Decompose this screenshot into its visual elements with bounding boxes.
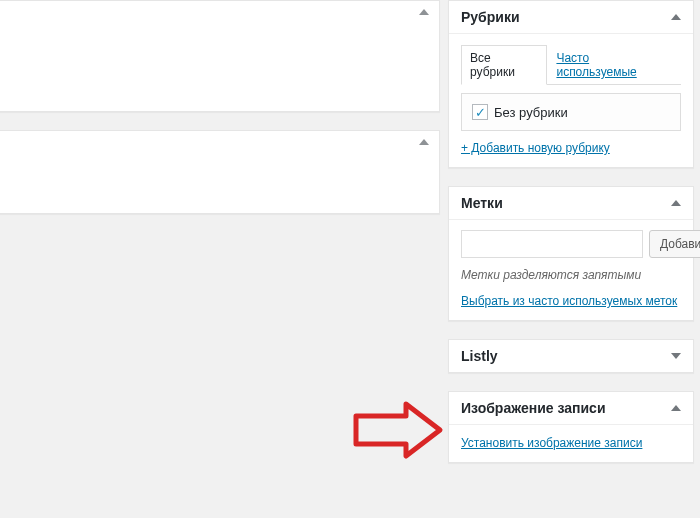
chevron-up-icon xyxy=(671,405,681,411)
checkbox-icon[interactable]: ✓ xyxy=(472,104,488,120)
tags-input[interactable] xyxy=(461,230,643,258)
categories-panel: Рубрики Все рубрики Часто используемые ✓… xyxy=(448,0,694,168)
popular-tags-link[interactable]: Выбрать из часто используемых меток xyxy=(461,294,677,308)
featured-image-panel-header[interactable]: Изображение записи xyxy=(449,392,693,425)
category-label: Без рубрики xyxy=(494,105,568,120)
tab-all-categories[interactable]: Все рубрики xyxy=(461,45,547,85)
tab-popular-categories[interactable]: Часто используемые xyxy=(547,45,681,85)
tags-hint: Метки разделяются запятыми xyxy=(461,268,681,282)
collapse-icon[interactable] xyxy=(419,139,429,145)
categories-list: ✓ Без рубрики xyxy=(461,93,681,131)
set-featured-image-link[interactable]: Установить изображение записи xyxy=(461,436,642,450)
tags-title: Метки xyxy=(461,195,503,211)
chevron-up-icon xyxy=(671,14,681,20)
categories-title: Рубрики xyxy=(461,9,520,25)
annotation-arrow-icon xyxy=(352,400,444,460)
collapse-icon[interactable] xyxy=(419,9,429,15)
add-category-link[interactable]: + Добавить новую рубрику xyxy=(461,141,610,155)
category-uncategorized[interactable]: ✓ Без рубрики xyxy=(472,104,670,120)
featured-image-title: Изображение записи xyxy=(461,400,606,416)
categories-tabs: Все рубрики Часто используемые xyxy=(461,44,681,85)
chevron-up-icon xyxy=(671,200,681,206)
main-panel-top xyxy=(0,0,440,112)
featured-image-panel: Изображение записи Установить изображени… xyxy=(448,391,694,463)
add-tag-button[interactable]: Добавить xyxy=(649,230,700,258)
categories-panel-header[interactable]: Рубрики xyxy=(449,1,693,34)
listly-panel: Listly xyxy=(448,339,694,373)
chevron-down-icon xyxy=(671,353,681,359)
main-panel-second xyxy=(0,130,440,214)
tags-panel: Метки Добавить Метки разделяются запятым… xyxy=(448,186,694,321)
listly-panel-header[interactable]: Listly xyxy=(449,340,693,372)
listly-title: Listly xyxy=(461,348,498,364)
tags-panel-header[interactable]: Метки xyxy=(449,187,693,220)
